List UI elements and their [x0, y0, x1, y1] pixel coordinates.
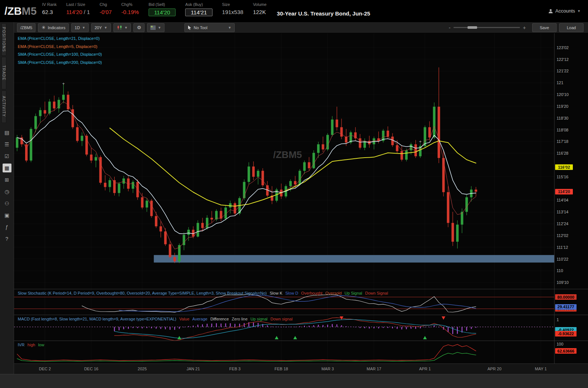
time-axis-label: APR 20	[487, 367, 502, 371]
people-icon[interactable]: ⚇	[3, 199, 11, 208]
quote-fields: IV Rank62.3Last / Size114'20 / 1Chg-0'07…	[42, 2, 276, 16]
quote-field-volume: Volume122K	[253, 2, 266, 15]
studies-icon: ✳	[41, 25, 45, 30]
list-icon[interactable]: ☰	[3, 140, 11, 149]
sidebar-tab-activity[interactable]: ACTIVITY	[1, 90, 6, 123]
layout-grid-dropdown[interactable]: ▼	[147, 23, 164, 32]
formula-icon[interactable]: ƒ	[3, 223, 11, 231]
price-axis-label: 121	[557, 80, 563, 85]
timeframe-dropdown[interactable]: 1D▼	[71, 23, 89, 32]
drawing-tool-dropdown[interactable]: No Tool ▼	[184, 23, 235, 32]
legend-item: Value	[179, 317, 189, 321]
legend-item: Up Signal	[344, 291, 362, 295]
quote-field-label: Ask (Buy)	[185, 2, 212, 8]
save-button[interactable]: Save	[532, 23, 557, 32]
quote-field-ask-buy-: Ask (Buy)114'21	[185, 2, 212, 16]
zoom-out-button[interactable]: -	[449, 25, 451, 31]
quote-field-label: Last / Size	[66, 2, 90, 8]
time-axis-label: FEB 3	[229, 367, 241, 371]
time-axis-label: DEC 2	[39, 367, 51, 371]
price-axis-label: 116'28	[557, 151, 568, 155]
quote-field-chg: Chg-0'07	[99, 2, 112, 15]
legend-item: Slow K	[270, 291, 282, 295]
svg-text:100: 100	[557, 342, 563, 346]
chevron-down-icon: ▼	[125, 26, 128, 30]
symbol-suffix: M5	[22, 5, 37, 17]
axis-value-badge: 29.41177	[557, 305, 574, 309]
legend-item: Oversold	[325, 291, 341, 295]
quote-field-label: Chg%	[121, 2, 139, 8]
sidebar-tab-positions[interactable]: POSITIONS	[1, 23, 6, 56]
candlestick-icon	[117, 25, 122, 30]
chart-area: DEC 2DEC 162025JAN 21FEB 3FEB 18MAR 3MAR…	[14, 33, 588, 374]
chart-settings-button[interactable]: ⚙	[133, 23, 145, 32]
legend-item: MACD (Fast length=8, Slow length=21, MAC…	[18, 317, 176, 321]
price-axis-label: 123'02	[557, 45, 569, 50]
load-button[interactable]: Load	[559, 23, 584, 32]
quote-field-value: -0'07	[99, 9, 112, 15]
chevron-down-icon: ▼	[104, 26, 108, 30]
price-axis-label: 117'18	[557, 139, 568, 144]
price-axis-label: 122'12	[557, 57, 569, 62]
price-axis-label: 121'22	[557, 69, 569, 73]
study-label[interactable]: SMA (Price=CLOSE, Length=200, Displace=0…	[18, 59, 102, 67]
time-axis-label: MAR 17	[367, 367, 381, 371]
grid-chart-icon[interactable]: ▦	[3, 164, 11, 172]
quote-field-value: 122K	[253, 9, 266, 15]
legend-item: Down signal	[271, 317, 293, 321]
quote-field-label: Size	[222, 2, 244, 8]
calendar-icon[interactable]: ▣	[3, 211, 11, 220]
sidebar-icons: ▤☰☑▦⊞◷⚇▣ƒ?	[0, 128, 14, 243]
price-axis-label: 114'04	[557, 198, 568, 202]
quote-header: /ZBM5 IV Rank62.3Last / Size114'20 / 1Ch…	[0, 0, 588, 22]
quote-field-value[interactable]: 114'21	[185, 8, 212, 16]
macd-legend: MACD (Fast length=8, Slow length=21, MAC…	[18, 317, 296, 321]
price-axis-label: 112'24	[557, 222, 568, 226]
legend-item: Zero line	[232, 317, 248, 321]
range-dropdown[interactable]: 20Y▼	[91, 23, 111, 32]
price-axis-label: 112'02	[557, 233, 568, 238]
price-chart[interactable]: DEC 2DEC 162025JAN 21FEB 3FEB 18MAR 3MAR…	[14, 33, 588, 374]
sidebar-tab-trade[interactable]: TRADE	[1, 57, 6, 89]
symbol-chip[interactable]: /ZBM5	[17, 23, 35, 32]
symbol: /ZB	[4, 5, 22, 17]
study-labels: EMA (Price=CLOSE, Length=21, Displace=0)…	[18, 35, 102, 66]
axis-value-badge: 116'02	[558, 165, 570, 169]
help-icon[interactable]: ?	[3, 234, 11, 243]
study-label[interactable]: EMA (Price=CLOSE, Length=5, Displace=0)	[18, 43, 102, 51]
quote-field-chg-: Chg%-0.19%	[121, 2, 139, 15]
zoom-in-button[interactable]: +	[523, 25, 526, 31]
zoom-control: - +	[449, 25, 526, 31]
quote-field-value[interactable]: 114'20	[149, 8, 176, 16]
svg-text:1: 1	[557, 317, 559, 322]
time-axis-label: MAR 3	[322, 367, 334, 371]
study-label[interactable]: SMA (Price=CLOSE, Length=100, Displace=0…	[18, 51, 102, 59]
price-axis-label: 118'30	[557, 116, 568, 120]
time-axis-label: JAN 21	[187, 367, 200, 371]
legend-item: Slow D	[285, 291, 298, 295]
quote-field-label: Chg	[99, 2, 112, 8]
blocks-icon[interactable]: ⊞	[3, 175, 11, 184]
accounts-menu[interactable]: Accounts ▼	[548, 8, 581, 14]
cursor-icon	[188, 25, 191, 30]
quote-field-size: Size191x538	[222, 2, 244, 15]
zoom-slider-handle[interactable]	[468, 26, 477, 29]
price-axis-label: 119'20	[557, 104, 568, 109]
indicators-button[interactable]: ✳ Indicators	[38, 23, 69, 32]
accounts-label: Accounts	[555, 8, 575, 14]
person-icon	[548, 8, 553, 14]
study-label[interactable]: EMA (Price=CLOSE, Length=21, Displace=0)	[18, 35, 102, 43]
legend-item: Down Signal	[365, 291, 388, 295]
legend-item: Slow Stochastic (K Period=14, D Period=9…	[18, 291, 267, 295]
chart-type-dropdown[interactable]: ▼	[113, 23, 131, 32]
legend-item: high	[27, 343, 35, 347]
price-axis-label: 113'14	[557, 210, 568, 214]
gear-icon: ⚙	[137, 25, 141, 30]
quote-field-value: -0.19%	[121, 9, 139, 15]
zoom-slider[interactable]	[453, 27, 520, 28]
checklist-icon[interactable]: ☑	[3, 152, 11, 161]
quote-field-last-size: Last / Size114'20 / 1	[66, 2, 90, 15]
history-icon[interactable]: ◷	[3, 187, 11, 196]
chart-document-icon[interactable]: ▤	[3, 128, 11, 137]
price-axis-label: 110'22	[557, 257, 568, 261]
